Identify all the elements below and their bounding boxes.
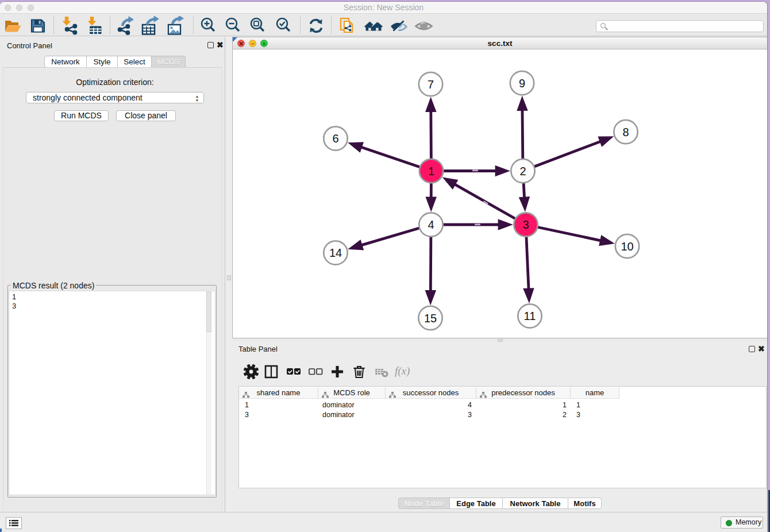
svg-text:10: 10: [621, 240, 633, 253]
svg-text:2: 2: [519, 165, 526, 178]
svg-text:4: 4: [428, 218, 434, 231]
svg-text:8: 8: [622, 126, 629, 138]
svg-text:6: 6: [332, 132, 338, 145]
svg-text:15: 15: [424, 312, 437, 325]
svg-text:1: 1: [428, 165, 434, 178]
svg-text:7: 7: [428, 78, 434, 91]
svg-text:9: 9: [519, 77, 525, 90]
svg-text:14: 14: [329, 246, 342, 259]
svg-text:3: 3: [522, 218, 529, 231]
svg-text:11: 11: [524, 310, 536, 322]
